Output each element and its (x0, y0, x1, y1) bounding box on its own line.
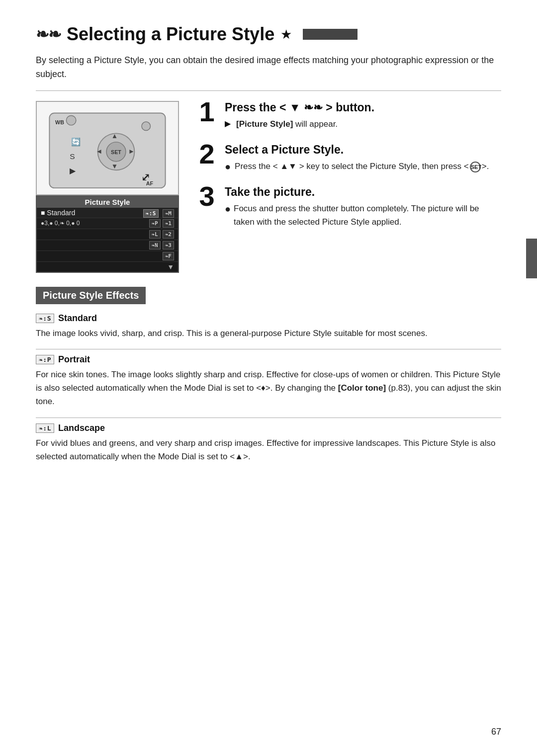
step-3-number: 3 (196, 182, 218, 210)
step-2-heading: Select a Picture Style. (225, 143, 501, 157)
effect-landscape: ❧:L Landscape For vivid blues and greens… (36, 423, 501, 463)
step-3-body: ● Focus and press the shutter button com… (225, 202, 501, 229)
effect-portrait-body: For nice skin tones. The image looks sli… (36, 368, 501, 409)
effect-landscape-heading: ❧:L Landscape (36, 423, 501, 433)
page-number: 67 (491, 727, 501, 737)
effect-divider-1 (36, 349, 501, 349)
ps-main-row: ■ Standard ❧:S ❧M (37, 208, 178, 218)
picture-style-display: Picture Style ■ Standard ❧:S ❧M ●3,● 0,❧… (36, 195, 179, 273)
title-row: ❧❧ Selecting a Picture Style★ (36, 24, 501, 45)
step-3-heading: Take the picture. (225, 185, 501, 199)
title-bar-decoration (303, 29, 358, 40)
effect-standard-heading: ❧:S Standard (36, 313, 501, 324)
ps-sub-row-4: ❧F (37, 251, 178, 262)
side-tab (526, 239, 537, 278)
svg-text:🔄: 🔄 (71, 137, 81, 146)
effects-section: Picture Style Effects ❧:S Standard The i… (36, 287, 501, 463)
ps-badge-1: ❧1 (163, 219, 174, 228)
step-1-heading: Press the < ▼ ❧❧ > button. (225, 101, 501, 115)
step-1-number: 1 (196, 98, 218, 126)
effect-portrait: ❧:P Portrait For nice skin tones. The im… (36, 354, 501, 409)
ps-sub-row-2: ❧L ❧2 (37, 229, 178, 240)
effect-landscape-body: For vivid blues and greens, and very sha… (36, 436, 501, 463)
svg-text:WB: WB (55, 119, 64, 125)
effect-landscape-badge: ❧:L (36, 423, 54, 433)
step-3-dot: ● (225, 202, 230, 215)
step-2-bullet-1: ● Press the < ▲▼ > key to select the Pic… (225, 160, 501, 173)
svg-text:S: S (70, 152, 75, 161)
ps-badge-s: ❧:S (143, 209, 159, 218)
ps-badge-n: ❧N (149, 241, 161, 250)
step-2-bullet-text: Press the < ▲▼ > key to select the Pictu… (235, 160, 489, 173)
svg-text:▶: ▶ (70, 167, 76, 175)
step-1-content: Press the < ▼ ❧❧ > button. ▶ [Picture St… (225, 101, 501, 133)
effects-title: Picture Style Effects (36, 287, 146, 304)
effect-standard-badge: ❧:S (36, 314, 54, 323)
step-2-dot: ● (225, 160, 231, 173)
effect-standard-body: The image looks vivid, sharp, and crisp.… (36, 327, 501, 340)
ps-badge-p: ❧P (149, 219, 161, 228)
effect-portrait-heading: ❧:P Portrait (36, 354, 501, 365)
svg-text:SET: SET (111, 149, 121, 155)
effects-title-container: Picture Style Effects (36, 287, 501, 313)
ps-badge-2: ❧2 (163, 230, 174, 239)
ps-display-header: Picture Style (37, 196, 178, 208)
ps-settings-values: ●3,● 0,❧ 0,● 0 (41, 220, 80, 227)
intro-text: By selecting a Picture Style, you can ob… (36, 54, 501, 82)
steps-column: 1 Press the < ▼ ❧❧ > button. ▶ [Picture … (196, 101, 501, 273)
camera-area: WB ▲ ▼ ◄ ► SET AF 🔄 (36, 101, 180, 273)
ps-badge-3: ❧3 (163, 241, 174, 250)
svg-text:►: ► (128, 148, 135, 155)
step-1-arrow: ▶ (225, 118, 231, 130)
svg-point-2 (66, 115, 76, 125)
page-container: ❧❧ Selecting a Picture Style★ By selecti… (0, 0, 537, 496)
ps-settings-row: ●3,● 0,❧ 0,● 0 ❧P ❧1 (37, 218, 178, 229)
svg-text:▼: ▼ (111, 163, 118, 170)
ps-scroll-arrow: ▼ (37, 262, 178, 272)
step-3-block: 3 Take the picture. ● Focus and press th… (196, 185, 501, 231)
ps-sub-badges-row1: ❧P ❧1 (149, 219, 175, 228)
ps-sub-row-3: ❧N ❧3 (37, 240, 178, 251)
effect-standard-name: Standard (58, 313, 97, 324)
step-1-body: ▶ [Picture Style] will appear. (225, 118, 501, 131)
ps-badge-m: ❧M (163, 209, 174, 218)
ps-badge-l: ❧L (149, 230, 161, 239)
step-3-content: Take the picture. ● Focus and press the … (225, 185, 501, 231)
title-icon: ❧❧ (36, 25, 61, 44)
step-3-bullet-text: Focus and press the shutter button compl… (234, 202, 501, 229)
step-2-block: 2 Select a Picture Style. ● Press the < … (196, 143, 501, 175)
step-2-number: 2 (196, 140, 218, 168)
step-1-bullet-1: ▶ [Picture Style] will appear. (225, 118, 501, 131)
camera-svg: WB ▲ ▼ ◄ ► SET AF 🔄 (43, 106, 172, 190)
steps-section: WB ▲ ▼ ◄ ► SET AF 🔄 (36, 101, 501, 273)
step-1-bullet-text: [Picture Style] will appear. (236, 118, 338, 131)
step-2-body: ● Press the < ▲▼ > key to select the Pic… (225, 160, 501, 173)
effect-divider-2 (36, 418, 501, 418)
step-1-block: 1 Press the < ▼ ❧❧ > button. ▶ [Picture … (196, 101, 501, 133)
effect-portrait-badge: ❧:P (36, 355, 54, 364)
ps-badge-f: ❧F (163, 252, 174, 260)
ps-standard-label: ■ Standard (41, 209, 75, 217)
section-divider (36, 90, 501, 91)
ps-main-badges: ❧:S ❧M (143, 209, 174, 217)
effect-landscape-name: Landscape (58, 423, 105, 433)
set-icon: SET (470, 162, 481, 172)
svg-point-15 (142, 122, 150, 130)
effect-portrait-name: Portrait (58, 354, 90, 365)
svg-text:⤢: ⤢ (141, 171, 150, 183)
svg-text:▲: ▲ (111, 132, 118, 140)
step-2-content: Select a Picture Style. ● Press the < ▲▼… (225, 143, 501, 175)
title-star: ★ (280, 27, 292, 42)
camera-diagram: WB ▲ ▼ ◄ ► SET AF 🔄 (36, 101, 179, 195)
page-title: Selecting a Picture Style (67, 24, 274, 45)
svg-text:◄: ◄ (96, 148, 102, 155)
effect-standard: ❧:S Standard The image looks vivid, shar… (36, 313, 501, 340)
step-3-bullet-1: ● Focus and press the shutter button com… (225, 202, 501, 229)
